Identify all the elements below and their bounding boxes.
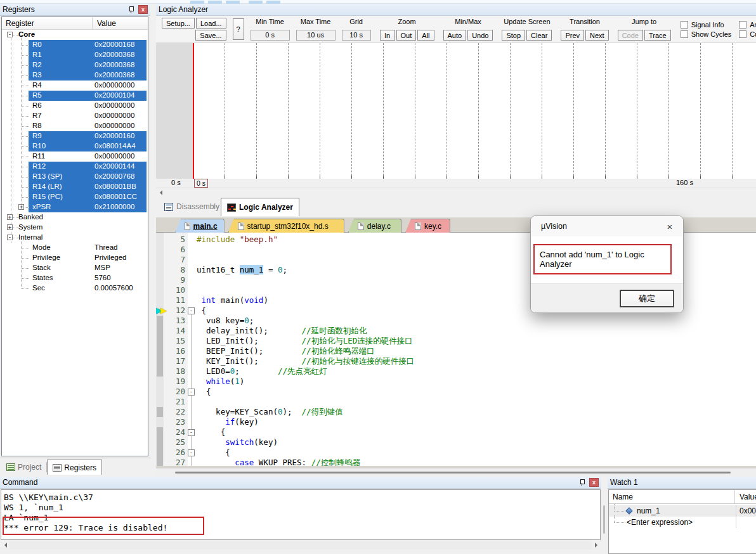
register-row[interactable]: R13 (SP)0x20000768: [2, 172, 148, 182]
signal-info-checkbox[interactable]: Signal Info: [681, 21, 732, 29]
dialog-close-icon[interactable]: ×: [663, 220, 677, 233]
code-line[interactable]: 23 if(key): [156, 417, 756, 427]
register-row[interactable]: Sec0.00057600: [2, 283, 148, 293]
column-name[interactable]: Name: [609, 490, 735, 503]
help-button[interactable]: ?: [233, 18, 244, 40]
register-row[interactable]: +Banked: [2, 212, 148, 222]
watch-row[interactable]: <Enter expression>: [609, 517, 756, 528]
minmax-undo-button[interactable]: Undo: [467, 30, 493, 41]
logic-analyzer-plot[interactable]: [156, 43, 756, 179]
transition-prev-button[interactable]: Prev: [561, 30, 584, 41]
setup-button[interactable]: Setup...: [162, 18, 195, 29]
fold-collapse-icon[interactable]: -: [188, 429, 195, 436]
code-line[interactable]: 22 key=KEY_Scan(0); //得到键值: [156, 407, 756, 417]
collapse-icon[interactable]: -: [7, 32, 13, 37]
editor-tab-key-c[interactable]: key.c: [405, 219, 450, 233]
close-icon[interactable]: x: [138, 5, 148, 14]
editor-hscrollbar[interactable]: [156, 468, 756, 477]
scrollbar-thumb[interactable]: [603, 505, 605, 534]
watch-row[interactable]: num_10x00: [609, 505, 756, 517]
register-row[interactable]: +System: [2, 222, 148, 233]
register-row[interactable]: -Core: [2, 30, 148, 40]
zoom-in-button[interactable]: In: [380, 30, 395, 41]
fold-collapse-icon[interactable]: -: [188, 307, 195, 314]
cursor-checkbox[interactable]: Cursor: [739, 30, 756, 38]
fold-collapse-icon[interactable]: -: [188, 449, 195, 456]
update-stop-button[interactable]: Stop: [502, 30, 525, 41]
zoom-all-button[interactable]: All: [417, 30, 434, 41]
editor-tab-startup-stm32f10x-hd-s[interactable]: startup_stm32f10x_hd.s: [228, 219, 344, 233]
update-clear-button[interactable]: Clear: [526, 30, 552, 41]
tab-project[interactable]: Project: [1, 460, 46, 475]
register-row[interactable]: R50x20000104: [2, 91, 148, 101]
code-line[interactable]: 19 while(1): [156, 377, 756, 387]
expand-icon[interactable]: +: [7, 224, 13, 230]
show-cycles-checkbox[interactable]: Show Cycles: [681, 30, 732, 38]
code-line[interactable]: 25 switch(key): [156, 437, 756, 448]
code-line[interactable]: 15 LED_Init(); //初始化与LED连接的硬件接口: [156, 336, 756, 346]
tab-disassembly[interactable]: Disassembly: [159, 198, 225, 215]
register-row[interactable]: R100x080014A4: [2, 141, 148, 151]
expand-icon[interactable]: +: [7, 214, 13, 220]
command-hscrollbar[interactable]: [1, 540, 601, 550]
code-line[interactable]: 20- {: [156, 387, 756, 397]
scroll-left-icon[interactable]: [156, 188, 165, 196]
register-row[interactable]: R20x20000368: [2, 60, 148, 70]
pin-icon[interactable]: [578, 479, 587, 487]
register-row[interactable]: R10x20000368: [2, 50, 148, 60]
register-row[interactable]: R80x00000000: [2, 121, 148, 131]
register-row[interactable]: States5760: [2, 273, 148, 283]
register-row[interactable]: R110x00000000: [2, 151, 148, 162]
fold-collapse-icon[interactable]: -: [188, 389, 195, 396]
register-row[interactable]: R15 (PC)0x080001CC: [2, 192, 148, 202]
code-line[interactable]: 21: [156, 397, 756, 407]
column-value[interactable]: Value: [93, 17, 148, 29]
transition-next-button[interactable]: Next: [585, 30, 609, 41]
tab-registers[interactable]: Registers: [47, 460, 102, 475]
tab-logic-analyzer[interactable]: Logic Analyzer: [221, 198, 299, 216]
register-row[interactable]: -Internal: [2, 233, 148, 243]
code-line[interactable]: 17 KEY_Init(); //初始化与按键连接的硬件接口: [156, 356, 756, 366]
register-row[interactable]: ModeThread: [2, 243, 148, 253]
register-row[interactable]: R120x20000144: [2, 162, 148, 172]
editor-tab-delay-c[interactable]: delay.c: [348, 219, 401, 233]
save-button[interactable]: Save...: [195, 30, 226, 41]
column-register[interactable]: Register: [2, 17, 93, 29]
code-line[interactable]: 14 delay_init(); //延时函数初始化: [156, 326, 756, 336]
register-row[interactable]: R60x00000000: [2, 101, 148, 111]
register-row[interactable]: R14 (LR)0x080001BB: [2, 182, 148, 192]
code-line[interactable]: 13 vu8 key=0;: [156, 316, 756, 326]
code-line[interactable]: 24- {: [156, 427, 756, 437]
register-row[interactable]: R90x20000160: [2, 131, 148, 141]
zoom-out-button[interactable]: Out: [396, 30, 417, 41]
register-row[interactable]: R30x20000368: [2, 70, 148, 81]
register-row[interactable]: PrivilegePrivileged: [2, 253, 148, 263]
close-icon[interactable]: x: [589, 478, 599, 487]
expand-icon[interactable]: +: [18, 204, 24, 210]
code-line[interactable]: 18 LED0=0; //先点亮红灯: [156, 366, 756, 377]
register-row[interactable]: StackMSP: [2, 263, 148, 273]
scrollbar-thumb[interactable]: [175, 472, 731, 473]
code-line[interactable]: 26- {: [156, 448, 756, 458]
logic-analyzer-hscrollbar[interactable]: [156, 188, 756, 196]
register-row[interactable]: R40x00000000: [2, 81, 148, 91]
jump-trace-button[interactable]: Trace: [644, 30, 671, 41]
scroll-left-icon[interactable]: [1, 541, 10, 549]
column-value[interactable]: Value: [736, 490, 756, 503]
command-output[interactable]: BS \\KEY\main.c\37WS 1, `num_1LA `num_1*…: [1, 489, 601, 540]
code-line[interactable]: 27 case WKUP_PRES: //控制蜂鸣器: [156, 458, 756, 466]
panel-splitter[interactable]: [601, 477, 608, 554]
minmax-auto-button[interactable]: Auto: [443, 30, 467, 41]
register-row[interactable]: +xPSR0x21000000: [2, 202, 148, 212]
amplitude-checkbox[interactable]: Amplitude: [739, 21, 756, 29]
register-row[interactable]: R70x00000000: [2, 111, 148, 121]
collapse-icon[interactable]: -: [7, 235, 13, 240]
editor-tab-main-c[interactable]: main.c: [175, 219, 225, 233]
register-row[interactable]: R00x20000168: [2, 40, 148, 50]
pin-icon[interactable]: [127, 6, 136, 14]
dialog-titlebar[interactable]: µVision: [531, 216, 683, 236]
code-line[interactable]: 16 BEEP_Init(); //初始化蜂鸣器端口: [156, 346, 756, 356]
load-button[interactable]: Load...: [196, 18, 226, 29]
ok-button[interactable]: 确定: [620, 290, 674, 307]
scroll-right-icon[interactable]: [592, 541, 601, 549]
